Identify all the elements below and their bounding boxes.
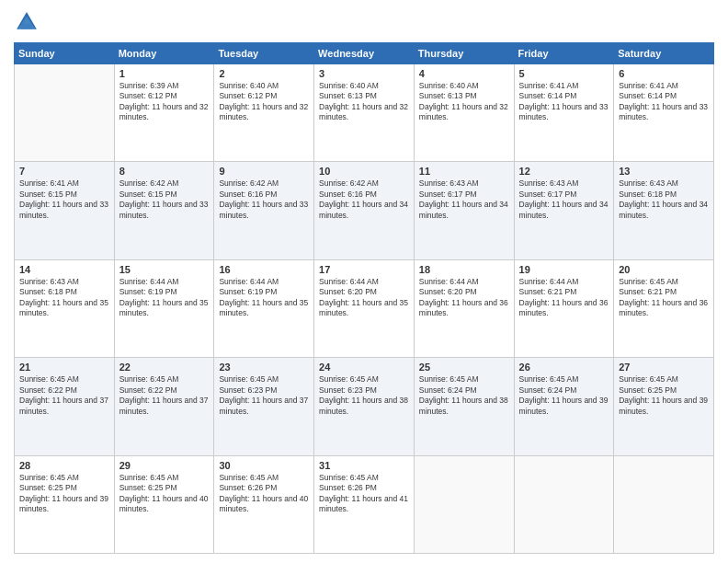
day-info: Sunrise: 6:45 AMSunset: 6:25 PMDaylight:…	[619, 374, 709, 417]
day-number: 14	[19, 264, 109, 275]
page: SundayMondayTuesdayWednesdayThursdayFrid…	[0, 0, 728, 563]
day-number: 6	[619, 68, 709, 79]
calendar-day-cell: 30Sunrise: 6:45 AMSunset: 6:26 PMDayligh…	[214, 455, 314, 553]
day-info: Sunrise: 6:45 AMSunset: 6:25 PMDaylight:…	[19, 473, 109, 515]
calendar-day-cell: 1Sunrise: 6:39 AMSunset: 6:12 PMDaylight…	[114, 64, 214, 162]
day-info: Sunrise: 6:44 AMSunset: 6:19 PMDaylight:…	[119, 277, 210, 319]
day-number: 30	[219, 460, 309, 471]
weekday-header-thursday: Thursday	[414, 43, 514, 64]
calendar-day-cell: 24Sunrise: 6:45 AMSunset: 6:23 PMDayligh…	[314, 358, 415, 455]
day-info: Sunrise: 6:45 AMSunset: 6:22 PMDaylight:…	[119, 374, 210, 417]
day-info: Sunrise: 6:41 AMSunset: 6:14 PMDaylight:…	[519, 81, 609, 123]
logo	[14, 9, 43, 35]
calendar-day-cell: 4Sunrise: 6:40 AMSunset: 6:13 PMDaylight…	[414, 64, 514, 162]
day-number: 24	[319, 362, 409, 373]
day-number: 18	[419, 264, 509, 275]
calendar-day-cell: 10Sunrise: 6:42 AMSunset: 6:16 PMDayligh…	[314, 162, 415, 259]
calendar-day-cell: 12Sunrise: 6:43 AMSunset: 6:17 PMDayligh…	[514, 162, 614, 259]
calendar-day-cell: 9Sunrise: 6:42 AMSunset: 6:16 PMDaylight…	[214, 162, 314, 259]
calendar-table: SundayMondayTuesdayWednesdayThursdayFrid…	[14, 42, 714, 554]
calendar-day-cell: 17Sunrise: 6:44 AMSunset: 6:20 PMDayligh…	[314, 259, 415, 357]
day-number: 1	[119, 68, 210, 79]
day-info: Sunrise: 6:41 AMSunset: 6:15 PMDaylight:…	[19, 178, 109, 221]
calendar-day-cell: 14Sunrise: 6:43 AMSunset: 6:18 PMDayligh…	[15, 259, 115, 357]
day-info: Sunrise: 6:43 AMSunset: 6:18 PMDaylight:…	[19, 277, 109, 319]
calendar-day-cell: 18Sunrise: 6:44 AMSunset: 6:20 PMDayligh…	[414, 259, 514, 357]
day-number: 12	[519, 166, 609, 177]
logo-icon	[14, 9, 40, 35]
calendar-day-cell	[514, 455, 614, 553]
day-info: Sunrise: 6:43 AMSunset: 6:18 PMDaylight:…	[619, 178, 709, 221]
day-number: 29	[119, 460, 210, 471]
day-number: 28	[19, 460, 109, 471]
day-number: 11	[419, 166, 509, 177]
day-number: 27	[619, 362, 709, 373]
calendar-day-cell: 26Sunrise: 6:45 AMSunset: 6:24 PMDayligh…	[514, 358, 614, 455]
day-number: 20	[619, 264, 709, 275]
calendar-week-row: 1Sunrise: 6:39 AMSunset: 6:12 PMDaylight…	[15, 64, 714, 162]
calendar-day-cell: 27Sunrise: 6:45 AMSunset: 6:25 PMDayligh…	[614, 358, 714, 455]
header	[14, 9, 714, 35]
day-info: Sunrise: 6:42 AMSunset: 6:16 PMDaylight:…	[319, 178, 409, 221]
calendar-day-cell: 8Sunrise: 6:42 AMSunset: 6:15 PMDaylight…	[114, 162, 214, 259]
calendar-day-cell: 22Sunrise: 6:45 AMSunset: 6:22 PMDayligh…	[114, 358, 214, 455]
calendar-day-cell: 7Sunrise: 6:41 AMSunset: 6:15 PMDaylight…	[15, 162, 115, 259]
calendar-day-cell: 11Sunrise: 6:43 AMSunset: 6:17 PMDayligh…	[414, 162, 514, 259]
day-number: 22	[119, 362, 210, 373]
day-info: Sunrise: 6:45 AMSunset: 6:23 PMDaylight:…	[319, 374, 409, 417]
weekday-header-tuesday: Tuesday	[214, 43, 314, 64]
day-number: 8	[119, 166, 210, 177]
day-number: 21	[19, 362, 109, 373]
day-number: 10	[319, 166, 409, 177]
calendar-week-row: 28Sunrise: 6:45 AMSunset: 6:25 PMDayligh…	[15, 455, 714, 553]
day-number: 17	[319, 264, 409, 275]
day-info: Sunrise: 6:45 AMSunset: 6:26 PMDaylight:…	[219, 473, 309, 515]
day-info: Sunrise: 6:40 AMSunset: 6:13 PMDaylight:…	[319, 81, 409, 123]
calendar-day-cell: 20Sunrise: 6:45 AMSunset: 6:21 PMDayligh…	[614, 259, 714, 357]
day-number: 19	[519, 264, 609, 275]
day-info: Sunrise: 6:44 AMSunset: 6:19 PMDaylight:…	[219, 277, 309, 319]
calendar-day-cell: 21Sunrise: 6:45 AMSunset: 6:22 PMDayligh…	[15, 358, 115, 455]
svg-rect-2	[21, 24, 32, 29]
day-number: 16	[219, 264, 309, 275]
day-number: 23	[219, 362, 309, 373]
day-info: Sunrise: 6:45 AMSunset: 6:22 PMDaylight:…	[19, 374, 109, 417]
calendar-day-cell: 19Sunrise: 6:44 AMSunset: 6:21 PMDayligh…	[514, 259, 614, 357]
weekday-header-friday: Friday	[514, 43, 614, 64]
calendar-day-cell: 15Sunrise: 6:44 AMSunset: 6:19 PMDayligh…	[114, 259, 214, 357]
day-info: Sunrise: 6:42 AMSunset: 6:15 PMDaylight:…	[119, 178, 210, 221]
day-info: Sunrise: 6:44 AMSunset: 6:20 PMDaylight:…	[419, 277, 509, 319]
day-number: 5	[519, 68, 609, 79]
day-info: Sunrise: 6:39 AMSunset: 6:12 PMDaylight:…	[119, 81, 210, 123]
weekday-header-wednesday: Wednesday	[314, 43, 415, 64]
day-info: Sunrise: 6:45 AMSunset: 6:23 PMDaylight:…	[219, 374, 309, 417]
calendar-day-cell: 25Sunrise: 6:45 AMSunset: 6:24 PMDayligh…	[414, 358, 514, 455]
day-number: 2	[219, 68, 309, 79]
calendar-day-cell: 3Sunrise: 6:40 AMSunset: 6:13 PMDaylight…	[314, 64, 415, 162]
day-number: 25	[419, 362, 509, 373]
day-number: 3	[319, 68, 409, 79]
day-info: Sunrise: 6:43 AMSunset: 6:17 PMDaylight:…	[519, 178, 609, 221]
day-number: 4	[419, 68, 509, 79]
day-number: 26	[519, 362, 609, 373]
calendar-week-row: 7Sunrise: 6:41 AMSunset: 6:15 PMDaylight…	[15, 162, 714, 259]
calendar-day-cell	[414, 455, 514, 553]
day-number: 15	[119, 264, 210, 275]
day-number: 9	[219, 166, 309, 177]
day-info: Sunrise: 6:40 AMSunset: 6:13 PMDaylight:…	[419, 81, 509, 123]
calendar-day-cell: 5Sunrise: 6:41 AMSunset: 6:14 PMDaylight…	[514, 64, 614, 162]
day-info: Sunrise: 6:42 AMSunset: 6:16 PMDaylight:…	[219, 178, 309, 221]
weekday-header-saturday: Saturday	[614, 43, 714, 64]
day-info: Sunrise: 6:44 AMSunset: 6:20 PMDaylight:…	[319, 277, 409, 319]
calendar-day-cell: 6Sunrise: 6:41 AMSunset: 6:14 PMDaylight…	[614, 64, 714, 162]
day-info: Sunrise: 6:45 AMSunset: 6:24 PMDaylight:…	[519, 374, 609, 417]
calendar-day-cell: 16Sunrise: 6:44 AMSunset: 6:19 PMDayligh…	[214, 259, 314, 357]
calendar-day-cell	[15, 64, 115, 162]
calendar-day-cell	[614, 455, 714, 553]
calendar-day-cell: 29Sunrise: 6:45 AMSunset: 6:25 PMDayligh…	[114, 455, 214, 553]
calendar-day-cell: 23Sunrise: 6:45 AMSunset: 6:23 PMDayligh…	[214, 358, 314, 455]
calendar-day-cell: 13Sunrise: 6:43 AMSunset: 6:18 PMDayligh…	[614, 162, 714, 259]
calendar-day-cell: 28Sunrise: 6:45 AMSunset: 6:25 PMDayligh…	[15, 455, 115, 553]
calendar-week-row: 14Sunrise: 6:43 AMSunset: 6:18 PMDayligh…	[15, 259, 714, 357]
day-number: 31	[319, 460, 409, 471]
